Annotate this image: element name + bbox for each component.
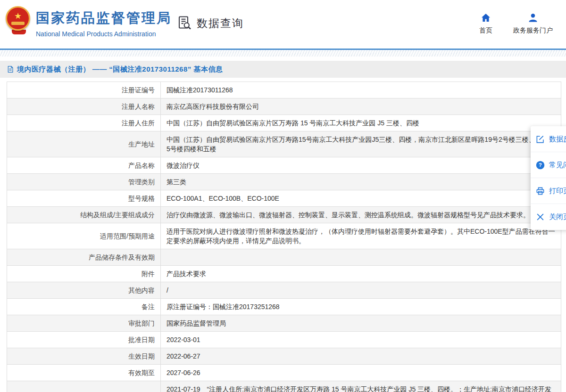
person-icon	[527, 12, 539, 24]
row-label: 型号规格	[7, 190, 161, 207]
row-label: 管理类别	[7, 174, 161, 190]
registration-info-table: 注册证编号国械注准20173011268 注册人名称南京亿高医疗科技股份有限公司…	[7, 82, 559, 392]
table-row: 注册人名称南京亿高医疗科技股份有限公司	[7, 98, 561, 115]
print-button[interactable]: 打印页面	[531, 178, 566, 204]
svg-text:?: ?	[539, 162, 542, 168]
table-row: 附件产品技术要求	[7, 266, 561, 282]
national-emblem-icon: ★	[6, 6, 30, 31]
close-page-button[interactable]: 关闭页面	[531, 204, 566, 230]
table-row: 2021-07-19 “注册人住所:南京市浦口经济开发区万寿路 15 号南京工大…	[7, 381, 561, 392]
feedback-button[interactable]: 数据反馈	[531, 126, 566, 152]
row-value: 国械注准20173011268	[161, 82, 561, 98]
row-value: 原注册证编号：国械注准20173251268	[161, 299, 561, 315]
table-row: 生效日期2022-06-27	[7, 348, 561, 365]
table-row: 结构及组成/主要组成成分治疗仪由微波源、微波输出口、微波辐射器、控制装置、显示装…	[7, 207, 561, 223]
row-value: 2027-06-26	[161, 365, 561, 381]
question-icon: ?	[536, 161, 545, 170]
feedback-label: 数据反馈	[549, 135, 566, 144]
edit-icon	[536, 135, 545, 144]
brand: 国家药品监督管理局 National Medical Products Admi…	[36, 9, 172, 38]
table-row: 适用范围/预期用途适用于医院对病人进行微波理疗照射和微波热凝治疗，（体内理疗使用…	[7, 223, 561, 249]
table-row: 备注原注册证编号：国械注准20173251268	[7, 299, 561, 315]
row-value: 中国（江苏）自由贸易试验区南京片区万寿路 15 号南京工大科技产业园 J5 三楼…	[161, 115, 561, 131]
row-value: 2022-06-27	[161, 348, 561, 365]
nav-home[interactable]: 首页	[479, 12, 492, 35]
row-label: 注册证编号	[7, 82, 161, 98]
row-value: 2022-03-01	[161, 332, 561, 348]
home-icon	[480, 12, 491, 24]
row-label: 附件	[7, 266, 161, 282]
row-value: 国家药品监督管理局	[161, 315, 561, 332]
data-query-title: 数据查询	[197, 16, 244, 31]
data-query-section: 数据查询	[176, 15, 244, 32]
row-value: 适用于医院对病人进行微波理疗照射和微波热凝治疗，（体内理疗使用时辐射器需要外套避…	[161, 223, 561, 249]
floating-tools-panel: 数据反馈 ? 常见问题 打印页面 关闭页面	[531, 126, 566, 230]
table-row: 批准日期2022-03-01	[7, 332, 561, 348]
row-label: 注册人住所	[7, 115, 161, 131]
row-label: 生产地址	[7, 131, 161, 157]
row-label: 产品名称	[7, 157, 161, 174]
table-row: 注册证编号国械注准20173011268	[7, 82, 561, 98]
table-row: 有效期至2027-06-26	[7, 365, 561, 381]
row-label: 结构及组成/主要组成成分	[7, 207, 161, 223]
print-label: 打印页面	[549, 187, 566, 196]
table-row: 注册人住所中国（江苏）自由贸易试验区南京片区万寿路 15 号南京工大科技产业园 …	[7, 115, 561, 131]
row-value	[161, 249, 561, 266]
faq-button[interactable]: ? 常见问题	[531, 152, 566, 178]
row-value: /	[161, 282, 561, 299]
row-label	[7, 381, 161, 392]
page-title: 境内医疗器械（注册） —— “国械注准20173011268” 基本信息	[17, 65, 223, 74]
row-label: 批准日期	[7, 332, 161, 348]
row-label: 备注	[7, 299, 161, 315]
header-nav: 首页 政务服务门户	[479, 12, 553, 35]
row-label: 适用范围/预期用途	[7, 223, 161, 249]
table-row: 生产地址中国（江苏）自由贸易试验区南京片区万寿路15号南京工大科技产业园J5三楼…	[7, 131, 561, 157]
table-row: 型号规格ECO-100A1、ECO-100B、ECO-100E	[7, 190, 561, 207]
table-row: 其他内容/	[7, 282, 561, 299]
brand-subtitle: National Medical Products Administration	[36, 30, 172, 38]
nav-portal-label: 政务服务门户	[513, 26, 553, 35]
row-value: 产品技术要求	[161, 266, 561, 282]
printer-icon	[536, 187, 545, 196]
row-value: 治疗仪由微波源、微波输出口、微波辐射器、控制装置、显示装置、测控温系统组成。微波…	[161, 207, 561, 223]
row-label: 生效日期	[7, 348, 161, 365]
row-value: 2021-07-19 “注册人住所:南京市浦口经济开发区万寿路 15 号南京工大…	[161, 381, 561, 392]
faq-label: 常见问题	[549, 161, 566, 170]
row-label: 有效期至	[7, 365, 161, 381]
row-label: 注册人名称	[7, 98, 161, 115]
brand-title: 国家药品监督管理局	[36, 9, 172, 28]
close-page-label: 关闭页面	[549, 212, 566, 221]
document-icon	[7, 65, 14, 73]
row-value: 微波治疗仪	[161, 157, 561, 174]
nav-portal[interactable]: 政务服务门户	[513, 12, 553, 35]
table-row: 产品名称微波治疗仪	[7, 157, 561, 174]
table-row: 审批部门国家药品监督管理局	[7, 315, 561, 332]
row-value: 第三类	[161, 174, 561, 190]
row-label: 其他内容	[7, 282, 161, 299]
row-label: 产品储存条件及有效期	[7, 249, 161, 266]
nav-home-label: 首页	[479, 26, 492, 35]
table-row: 管理类别第三类	[7, 174, 561, 190]
close-icon	[536, 212, 545, 221]
table-row: 产品储存条件及有效期	[7, 249, 561, 266]
row-value: ECO-100A1、ECO-100B、ECO-100E	[161, 190, 561, 207]
nmpa-logo: ★	[6, 6, 32, 37]
header: ★ 国家药品监督管理局 National Medical Products Ad…	[0, 0, 566, 49]
row-value: 中国（江苏）自由贸易试验区南京片区万寿路15号南京工大科技产业园J5三楼、四楼，…	[161, 131, 561, 157]
row-label: 审批部门	[7, 315, 161, 332]
doc-search-icon	[176, 15, 193, 32]
hatch-band	[0, 50, 566, 57]
row-value: 南京亿高医疗科技股份有限公司	[161, 98, 561, 115]
breadcrumb: 境内医疗器械（注册） —— “国械注准20173011268” 基本信息	[0, 61, 566, 78]
